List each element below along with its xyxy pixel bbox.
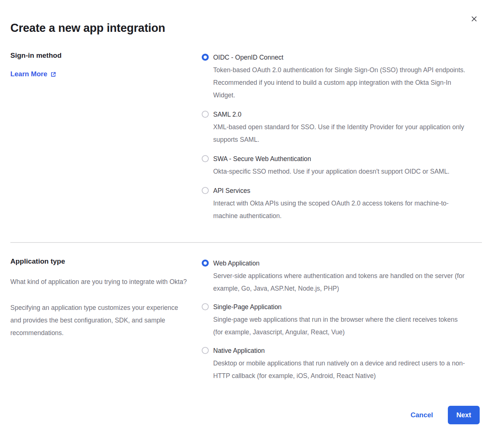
cancel-button[interactable]: Cancel bbox=[410, 411, 433, 419]
radio-option-description: Okta-specific SSO method. Use if your ap… bbox=[213, 165, 449, 178]
next-button[interactable]: Next bbox=[448, 406, 480, 424]
radio-option-label: OIDC - OpenID Connect bbox=[213, 51, 469, 64]
external-link-icon bbox=[50, 71, 56, 77]
radio-option-label: Single-Page Application bbox=[213, 301, 469, 313]
signin-method-section: Sign-in method Learn More OIDC - OpenID … bbox=[10, 51, 482, 222]
radio-option-description: Interact with Okta APIs using the scoped… bbox=[213, 197, 469, 222]
radio-option-native-application[interactable]: Native Application Desktop or mobile app… bbox=[202, 344, 469, 382]
application-type-left-column: Application type What kind of applicatio… bbox=[10, 257, 202, 339]
section-divider bbox=[10, 242, 482, 243]
radio-option-label: API Services bbox=[213, 184, 469, 197]
learn-more-link[interactable]: Learn More bbox=[10, 70, 56, 78]
radio-unselected-icon[interactable] bbox=[202, 303, 209, 310]
radio-unselected-icon[interactable] bbox=[202, 155, 209, 162]
radio-option-description: Server-side applications where authentic… bbox=[213, 270, 469, 295]
signin-method-heading: Sign-in method bbox=[10, 51, 191, 60]
application-type-options: Web Application Server-side applications… bbox=[202, 257, 469, 382]
radio-unselected-icon[interactable] bbox=[202, 187, 209, 194]
dialog-title: Create a new app integration bbox=[10, 0, 482, 35]
radio-option-label: Web Application bbox=[213, 257, 469, 270]
application-type-intro-2: Specifying an application type customize… bbox=[10, 301, 191, 339]
signin-method-left-column: Sign-in method Learn More bbox=[10, 51, 202, 78]
radio-option-label: SWA - Secure Web Authentication bbox=[213, 153, 449, 165]
radio-option-description: Desktop or mobile applications that run … bbox=[213, 357, 469, 382]
dialog-footer: Cancel Next bbox=[10, 406, 482, 424]
radio-option-description: XML-based open standard for SSO. Use if … bbox=[213, 121, 469, 146]
application-type-heading: Application type bbox=[10, 257, 191, 266]
radio-option-label: Native Application bbox=[213, 344, 469, 357]
application-type-intro-1: What kind of application are you trying … bbox=[10, 275, 191, 288]
application-type-section: Application type What kind of applicatio… bbox=[10, 257, 482, 382]
close-icon[interactable] bbox=[471, 14, 480, 24]
radio-selected-icon[interactable] bbox=[202, 54, 209, 61]
radio-option-api-services[interactable]: API Services Interact with Okta APIs usi… bbox=[202, 184, 469, 222]
learn-more-label: Learn More bbox=[10, 70, 47, 78]
signin-method-options: OIDC - OpenID Connect Token-based OAuth … bbox=[202, 51, 469, 222]
radio-option-saml[interactable]: SAML 2.0 XML-based open standard for SSO… bbox=[202, 108, 469, 146]
radio-unselected-icon[interactable] bbox=[202, 111, 209, 118]
radio-option-description: Token-based OAuth 2.0 authentication for… bbox=[213, 64, 469, 101]
radio-selected-icon[interactable] bbox=[202, 260, 209, 267]
radio-option-description: Single-page web applications that run in… bbox=[213, 313, 469, 338]
radio-option-single-page-application[interactable]: Single-Page Application Single-page web … bbox=[202, 301, 469, 338]
radio-option-oidc[interactable]: OIDC - OpenID Connect Token-based OAuth … bbox=[202, 51, 469, 101]
radio-option-swa[interactable]: SWA - Secure Web Authentication Okta-spe… bbox=[202, 153, 469, 178]
radio-option-label: SAML 2.0 bbox=[213, 108, 469, 121]
create-app-integration-dialog: Create a new app integration Sign-in met… bbox=[0, 0, 493, 448]
radio-option-web-application[interactable]: Web Application Server-side applications… bbox=[202, 257, 469, 295]
radio-unselected-icon[interactable] bbox=[202, 347, 209, 354]
